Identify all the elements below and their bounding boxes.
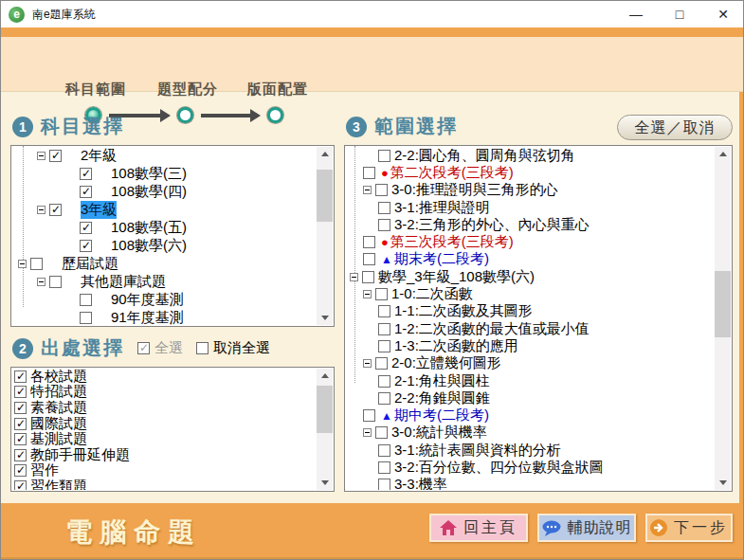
item-checkbox[interactable] xyxy=(14,418,27,430)
item-checkbox[interactable] xyxy=(378,305,390,317)
select-all-checkbox[interactable] xyxy=(137,342,150,354)
tree-item[interactable]: 2年級 xyxy=(12,147,317,165)
tree-item[interactable]: 2-0:立體幾何圖形 xyxy=(346,355,715,372)
tree-item-label[interactable]: 2年級 xyxy=(81,147,117,165)
scroll-up-icon[interactable] xyxy=(317,369,333,384)
tree-item-label[interactable]: 90年度基測 xyxy=(111,291,184,309)
tree-item-label[interactable]: 3-0:推理證明與三角形的心 xyxy=(391,181,558,199)
tree-item-label[interactable]: 期中考(二段考) xyxy=(394,406,489,425)
tree-item[interactable]: 數學_3年級_108數學(六) xyxy=(346,268,715,285)
next-step-button[interactable]: 下一步 xyxy=(645,514,733,542)
tree-item-label[interactable]: 1-3:二次函數的應用 xyxy=(394,337,518,355)
tree-item-label[interactable]: 期末考(二段考) xyxy=(394,250,489,268)
item-checkbox[interactable] xyxy=(14,449,27,461)
tree-item-label[interactable]: 108數學(三) xyxy=(111,165,187,183)
tree-item[interactable]: 108數學(四) xyxy=(12,183,317,201)
item-checkbox[interactable] xyxy=(378,219,390,231)
step-circle-3[interactable] xyxy=(267,107,283,123)
close-button[interactable]: ✕ xyxy=(701,1,744,27)
scrollbar-thumb[interactable] xyxy=(317,386,333,433)
deselect-all-checkbox[interactable] xyxy=(196,342,209,354)
item-checkbox[interactable] xyxy=(378,461,390,474)
item-checkbox[interactable] xyxy=(14,370,27,383)
source-item[interactable]: 國際試題 xyxy=(12,416,317,432)
tree-item[interactable]: ▲期末考(二段考) xyxy=(346,251,715,268)
tree-item-label[interactable]: 3-1:統計表圖與資料的分析 xyxy=(394,442,561,460)
item-checkbox[interactable] xyxy=(362,271,374,283)
item-checkbox[interactable] xyxy=(375,426,388,439)
maximize-button[interactable]: □ xyxy=(658,1,701,27)
tree-item-label[interactable]: 108數學(五) xyxy=(111,219,187,237)
item-checkbox[interactable] xyxy=(80,312,92,324)
subject-tree-scrollbar[interactable] xyxy=(317,147,333,325)
tree-item[interactable]: 2-2:角錐與圓錐 xyxy=(346,389,715,406)
item-checkbox[interactable] xyxy=(80,186,92,198)
item-checkbox[interactable] xyxy=(80,222,92,234)
item-checkbox[interactable] xyxy=(30,258,43,270)
tree-item-label[interactable]: 3-3:機率 xyxy=(394,476,447,490)
tree-item-label[interactable]: 2-1:角柱與圓柱 xyxy=(394,372,490,390)
tree-item[interactable]: 3-3:機率 xyxy=(346,477,715,490)
collapse-minus-icon[interactable] xyxy=(37,278,45,286)
tree-item[interactable]: 91年度基測 xyxy=(12,309,317,325)
collapse-minus-icon[interactable] xyxy=(350,273,358,281)
tree-item[interactable]: 3-2:百分位數、四分位數與盒狀圖 xyxy=(346,459,715,476)
collapse-minus-icon[interactable] xyxy=(363,428,372,437)
tree-item-label[interactable]: 數學_3年級_108數學(六) xyxy=(378,268,535,286)
source-item-label[interactable]: 習作類題 xyxy=(30,478,87,490)
scroll-up-icon[interactable] xyxy=(317,147,333,162)
item-checkbox[interactable] xyxy=(375,288,388,300)
item-checkbox[interactable] xyxy=(14,433,27,445)
minimize-button[interactable]: — xyxy=(614,1,658,27)
source-item[interactable]: 素養試題 xyxy=(12,400,317,416)
tree-item-label[interactable]: 2-0:立體幾何圖形 xyxy=(391,354,501,372)
source-list-scrollbar[interactable] xyxy=(317,369,333,490)
item-checkbox[interactable] xyxy=(80,294,92,306)
collapse-minus-icon[interactable] xyxy=(363,359,372,368)
scrollbar-thumb[interactable] xyxy=(317,170,333,222)
item-checkbox[interactable] xyxy=(363,236,375,248)
item-checkbox[interactable] xyxy=(378,150,390,162)
scroll-down-icon[interactable] xyxy=(317,475,333,490)
tree-item-label[interactable]: 2-2:角錐與圓錐 xyxy=(394,389,490,407)
deselect-all-option[interactable]: 取消全選 xyxy=(196,339,270,357)
collapse-minus-icon[interactable] xyxy=(37,152,45,160)
collapse-minus-icon[interactable] xyxy=(18,260,27,268)
item-checkbox[interactable] xyxy=(14,402,27,414)
tree-item[interactable]: ●第三次段考(三段考) xyxy=(346,233,715,250)
tree-item[interactable]: 108數學(六) xyxy=(12,237,317,255)
help-button[interactable]: 輔助說明 xyxy=(537,514,636,542)
tree-item[interactable]: ●第二次段考(三段考) xyxy=(346,164,715,181)
item-checkbox[interactable] xyxy=(378,444,390,457)
item-checkbox[interactable] xyxy=(49,276,62,288)
item-checkbox[interactable] xyxy=(363,253,375,265)
scroll-up-icon[interactable] xyxy=(715,147,731,162)
item-checkbox[interactable] xyxy=(378,392,390,405)
item-checkbox[interactable] xyxy=(378,323,390,335)
tree-item-label[interactable]: 歷屆試題 xyxy=(62,255,118,273)
source-item[interactable]: 習作類題 xyxy=(12,479,317,490)
tree-item-label[interactable]: 3年級 xyxy=(81,201,117,219)
tree-item-label[interactable]: 3-0:統計與機率 xyxy=(391,424,487,442)
tree-item[interactable]: 3-2:三角形的外心、內心與重心 xyxy=(346,216,715,233)
toggle-all-button[interactable]: 全選／取消 xyxy=(617,115,733,140)
item-checkbox[interactable] xyxy=(378,202,390,214)
tree-item-label[interactable]: 其他題庫試題 xyxy=(81,273,166,291)
tree-item-label[interactable]: 3-2:百分位數、四分位數與盒狀圖 xyxy=(394,459,604,477)
tree-item[interactable]: 108數學(三) xyxy=(12,165,317,183)
item-checkbox[interactable] xyxy=(378,340,390,352)
item-checkbox[interactable] xyxy=(378,375,390,388)
select-all-option[interactable]: 全選 xyxy=(137,339,183,357)
source-item[interactable]: 各校試題 xyxy=(12,369,317,385)
tree-item-label[interactable]: 2-2:圓心角、圓周角與弦切角 xyxy=(394,147,575,165)
collapse-minus-icon[interactable] xyxy=(37,206,45,214)
item-checkbox[interactable] xyxy=(363,409,375,422)
item-checkbox[interactable] xyxy=(14,386,27,398)
tree-item-label[interactable]: 3-1:推理與證明 xyxy=(394,199,490,217)
tree-item-label[interactable]: 1-1:二次函數及其圖形 xyxy=(394,302,533,320)
tree-item-label[interactable]: 第二次段考(三段考) xyxy=(390,164,514,182)
tree-item[interactable]: 90年度基測 xyxy=(12,291,317,309)
tree-item[interactable]: ▲期中考(二段考) xyxy=(346,406,715,424)
home-button[interactable]: 回主頁 xyxy=(429,514,528,542)
scroll-down-icon[interactable] xyxy=(715,475,731,490)
